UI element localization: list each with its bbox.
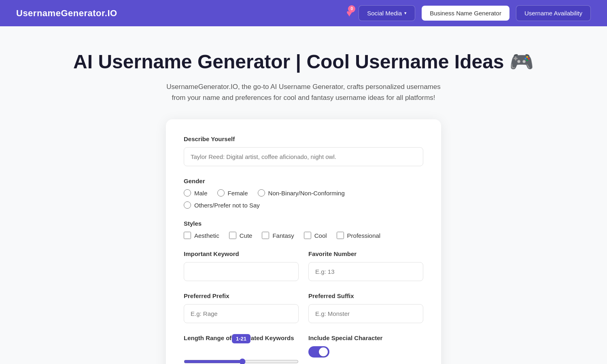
suffix-input[interactable] (308, 304, 423, 323)
gender-other-input[interactable] (184, 201, 191, 209)
prefix-label: Preferred Prefix (184, 292, 299, 299)
styles-checkbox-group: Aesthetic Cute Fantasy Cool Professional (184, 232, 423, 239)
gender-other-label: Others/Prefer not to Say (194, 202, 260, 209)
gender-radio-group: Male Female Non-Binary/Non-Conforming Ot… (184, 189, 423, 209)
fav-number-section: Favorite Number (308, 250, 423, 281)
style-cute-label: Cute (240, 232, 253, 239)
gender-female[interactable]: Female (217, 189, 248, 197)
favorites-badge: 0 (348, 5, 355, 13)
gender-female-input[interactable] (217, 189, 225, 197)
keyword-section: Important Keyword (184, 250, 299, 281)
gender-nonbinary[interactable]: Non-Binary/Non-Conforming (258, 189, 345, 197)
username-availability-label: Username Availability (524, 10, 582, 17)
keyword-label: Important Keyword (184, 250, 299, 257)
prefix-section: Preferred Prefix (184, 292, 299, 323)
hero-section: AI Username Generator | Cool Username Id… (0, 26, 607, 119)
favorites-button[interactable]: ♥ 0 (346, 8, 352, 19)
fav-number-input[interactable] (308, 262, 423, 281)
username-availability-button[interactable]: Username Availability (516, 5, 591, 21)
special-char-section: Include Special Character (308, 334, 423, 364)
style-cute-input[interactable] (229, 232, 236, 239)
suffix-section: Preferred Suffix (308, 292, 423, 323)
gender-section: Gender Male Female Non-Binary/Non-Confor… (184, 178, 423, 209)
chevron-down-icon: ▾ (404, 11, 407, 16)
style-fantasy[interactable]: Fantasy (262, 232, 294, 239)
prefix-suffix-row: Preferred Prefix Preferred Suffix (184, 292, 423, 323)
suffix-label: Preferred Suffix (308, 292, 423, 299)
describe-label: Describe Yourself (184, 135, 423, 142)
header: UsernameGenerator.IO ♥ 0 Social Media ▾ … (0, 0, 607, 26)
keyword-input[interactable] (184, 262, 299, 281)
styles-label: Styles (184, 220, 423, 227)
gender-nonbinary-label: Non-Binary/Non-Conforming (268, 190, 345, 197)
form-card: Describe Yourself Gender Male Female Non… (166, 119, 441, 364)
logo: UsernameGenerator.IO (16, 8, 117, 19)
social-media-label: Social Media (367, 10, 402, 17)
length-slider[interactable] (184, 358, 299, 364)
style-aesthetic-label: Aesthetic (194, 232, 219, 239)
gender-other[interactable]: Others/Prefer not to Say (184, 201, 260, 209)
page-title: AI Username Generator | Cool Username Id… (8, 51, 599, 73)
style-professional[interactable]: Professional (337, 232, 381, 239)
describe-section: Describe Yourself (184, 135, 423, 166)
style-cool-label: Cool (314, 232, 327, 239)
gender-male-input[interactable] (184, 189, 191, 197)
describe-input[interactable] (184, 147, 423, 166)
business-name-button[interactable]: Business Name Generator (422, 6, 509, 21)
style-aesthetic[interactable]: Aesthetic (184, 232, 219, 239)
prefix-input[interactable] (184, 304, 299, 323)
toggle-knob (319, 347, 328, 356)
special-char-toggle[interactable] (308, 346, 329, 358)
gender-label: Gender (184, 178, 423, 184)
fav-number-label: Favorite Number (308, 250, 423, 257)
range-container: 1-21 (184, 346, 299, 364)
gender-male[interactable]: Male (184, 189, 208, 197)
gender-nonbinary-input[interactable] (258, 189, 265, 197)
business-name-label: Business Name Generator (430, 10, 501, 17)
range-value-badge: 1-21 (232, 334, 250, 343)
social-media-button[interactable]: Social Media ▾ (359, 5, 415, 21)
header-nav: ♥ 0 Social Media ▾ Business Name Generat… (346, 5, 591, 21)
hero-subtitle: UsernameGenerator.IO, the go-to AI Usern… (162, 81, 445, 103)
style-fantasy-input[interactable] (262, 232, 269, 239)
styles-section: Styles Aesthetic Cute Fantasy Cool Profe… (184, 220, 423, 239)
style-cool-input[interactable] (304, 232, 311, 239)
gender-female-label: Female (228, 190, 248, 197)
gender-male-label: Male (194, 190, 208, 197)
style-professional-input[interactable] (337, 232, 344, 239)
style-fantasy-label: Fantasy (272, 232, 294, 239)
style-aesthetic-input[interactable] (184, 232, 191, 239)
length-section: Length Range of Generated Keywords 1-21 (184, 334, 299, 364)
length-special-row: Length Range of Generated Keywords 1-21 … (184, 334, 423, 364)
special-char-label: Include Special Character (308, 334, 423, 341)
style-cool[interactable]: Cool (304, 232, 327, 239)
keyword-number-row: Important Keyword Favorite Number (184, 250, 423, 281)
style-professional-label: Professional (347, 232, 381, 239)
style-cute[interactable]: Cute (229, 232, 253, 239)
